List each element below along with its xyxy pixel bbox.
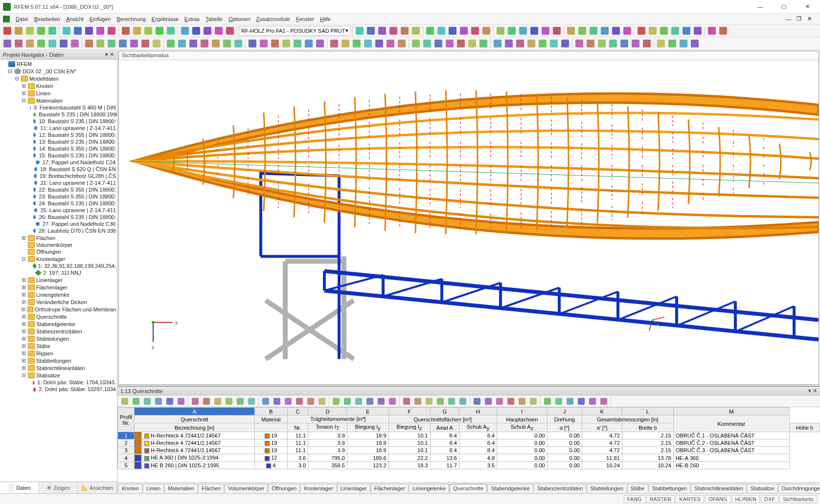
toolbar-button[interactable] [529,25,540,36]
toolbar-button[interactable] [165,25,176,36]
table-tool-button[interactable] [353,396,364,407]
table-tool-button[interactable] [542,396,553,407]
table-tool-button[interactable] [272,396,282,407]
table-tool-button[interactable] [387,396,398,407]
tree-item[interactable]: ⊞Stabteilungen [0,335,117,342]
toolbar-button[interactable] [143,25,154,36]
close-button[interactable]: ✕ [797,1,817,13]
tree-item[interactable]: ⊞Flächenlager [0,284,117,291]
toolbar-button[interactable] [351,38,362,49]
toolbar-button[interactable] [410,38,421,49]
toolbar-button[interactable] [329,38,340,49]
toolbar-button[interactable] [503,38,514,49]
table-tool-button[interactable] [457,396,468,407]
toolbar-button[interactable] [608,38,618,49]
toolbar-button[interactable] [270,38,280,49]
tree-item[interactable]: ⊟Materialien [0,97,117,104]
tree-item[interactable]: Öffnungen [0,248,117,255]
toolbar-button[interactable] [36,38,46,49]
table-tab-stabbettungen[interactable]: Stabbettungen [649,484,691,492]
table-tool-button[interactable] [260,396,271,407]
toolbar-button[interactable] [58,38,69,49]
toolbar-button[interactable] [140,38,151,49]
tree-item[interactable]: ⊞Orthotrope Flächen und Membran [0,306,117,313]
tree-item[interactable]: 18: Baustahl S 620 Q | ČSN EN [0,166,117,173]
table-row[interactable]: 2H-Rechteck 4.72441/2.145671911.13.918.9… [118,439,820,447]
table-tab-durchdringungen[interactable]: Durchdringungen [778,484,820,492]
toolbar-button[interactable] [588,25,599,36]
module-combo[interactable]: RF-HOLZ Pro FA1 - POSUDKY SAD PRUT▾ [239,26,351,36]
tree-item[interactable]: ⊞Liniengelenke [0,291,117,298]
toolbar-button[interactable] [467,38,478,49]
toolbar-button[interactable] [106,25,117,36]
toolbar-button[interactable] [129,38,139,49]
table-tool-button[interactable] [142,396,153,407]
toolbar-button[interactable] [656,38,666,49]
toolbar-button[interactable] [470,25,480,36]
status-dxf[interactable]: DXF [761,495,778,503]
tree-item[interactable]: 27: Pappel und Nadelholz C30 [0,220,117,227]
toolbar-button[interactable] [619,38,630,49]
toolbar-button[interactable] [188,38,199,49]
toolbar-button[interactable] [399,25,410,36]
toolbar-button[interactable] [363,38,373,49]
table-tool-button[interactable] [342,396,353,407]
toolbar-button[interactable] [95,38,106,49]
tree-item[interactable]: 11: Lano upravene | Z-14.7-411 [0,125,117,131]
toolbar-button[interactable] [72,25,83,36]
table-tool-button[interactable] [294,396,305,407]
tree-item[interactable]: 15: Baustahl S 235 | DIN 18800: [0,152,117,159]
toolbar-button[interactable] [537,38,548,49]
table-tab-stabnichtlinearitäten[interactable]: Stabnichtlinearitäten [691,484,747,492]
toolbar-button[interactable] [540,25,551,36]
tree-item[interactable]: 12: Baustahl S 355 | DIN 18800: [0,131,117,138]
tree-item[interactable]: Volumenkörper [0,241,117,248]
table-tool-button[interactable] [153,396,164,407]
table-tool-button[interactable] [376,396,387,407]
menu-ansicht[interactable]: Ansicht [63,15,87,23]
table-tool-button[interactable] [364,396,375,407]
maximize-button[interactable]: ▢ [774,1,794,13]
table-tool-button[interactable] [505,396,516,407]
tree-item[interactable]: 2: 197; JJJ NNJ [0,269,117,276]
toolbar-button[interactable] [681,25,692,36]
toolbar-button[interactable] [233,38,244,49]
tree-item[interactable]: ⊞Knoten [0,82,117,89]
menu-ergebnisse[interactable]: Ergebnisse [149,15,182,23]
table-tool-button[interactable] [435,396,446,407]
table-tab-knotenlager[interactable]: Knotenlager [300,484,336,492]
status-fang[interactable]: FANG [624,495,645,503]
toolbar-button[interactable] [199,38,210,49]
toolbar-button[interactable] [566,25,576,36]
toolbar-button[interactable] [47,25,58,36]
table-tool-button[interactable] [412,396,423,407]
toolbar-button[interactable] [506,25,517,36]
toolbar-button[interactable] [385,38,396,49]
toolbar-button[interactable] [456,38,466,49]
toolbar-button[interactable] [24,25,35,36]
tree-item[interactable]: 26: Baustahl S 235 | DIN 18800: [0,214,117,220]
tree-item[interactable]: 23: Baustahl S 355 | DIN 18800: [0,193,117,200]
menu-zusatzmodule[interactable]: Zusatzmodule [253,15,293,23]
table-tab-stäbe[interactable]: Stäbe [627,484,648,492]
tree-item[interactable]: 25: Lano upravene | Z-14.7-411 [0,207,117,214]
toolbar-button[interactable] [560,38,570,49]
toolbar-button[interactable] [647,25,658,36]
toolbar-button[interactable] [636,25,647,36]
tree-item[interactable]: ⊞Stabbettungen [0,357,117,364]
tree-item[interactable]: ⊞Rippen [0,350,117,357]
toolbar-button[interactable] [518,25,528,36]
table-tab-volumenkörper[interactable]: Volumenkörper [225,484,268,492]
toolbar-button[interactable] [281,38,292,49]
tree-item[interactable]: ⊞Veränderliche Dicken [0,298,117,306]
tree-item[interactable]: 2: Dolní pás: Stäbe: 10297,1034 [0,386,117,393]
toolbar-button[interactable] [258,38,269,49]
table-tool-button[interactable] [331,396,342,407]
toolbar-button[interactable] [177,38,187,49]
tree-item[interactable]: ⊟DOX 02 _00 CSN EN* [0,67,117,75]
toolbar-button[interactable] [622,25,633,36]
mdi-minimize[interactable]: — [786,16,796,22]
table-tab-flächenlager[interactable]: Flächenlager [371,484,409,492]
toolbar-button[interactable] [692,25,703,36]
tree-item[interactable]: 1: 32,36,91,92,188,199,249,254; [0,263,117,269]
